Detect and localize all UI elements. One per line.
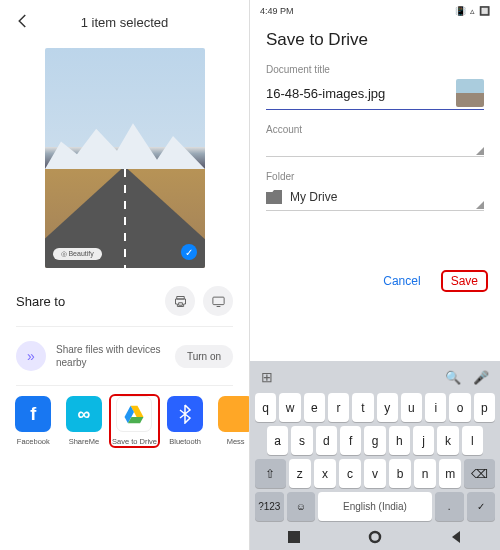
account-section[interactable]: Account (250, 124, 500, 171)
document-title-section: Document title (250, 64, 500, 124)
space-key[interactable]: English (India) (318, 492, 432, 521)
share-app-bluetooth[interactable]: Bluetooth (160, 394, 211, 448)
document-title-input[interactable] (266, 86, 456, 101)
folder-label: Folder (266, 171, 484, 182)
backspace-key[interactable]: ⌫ (464, 459, 495, 488)
key-i[interactable]: i (425, 393, 446, 422)
nav-bar (253, 523, 497, 548)
nearby-share-row: » Share files with devices nearby Turn o… (0, 327, 249, 385)
key-e[interactable]: e (304, 393, 325, 422)
selected-image-preview[interactable]: ◎ Beautify ✓ (45, 48, 205, 268)
account-dropdown[interactable] (266, 139, 484, 157)
save-button[interactable]: Save (441, 270, 488, 292)
status-time: 4:49 PM (260, 6, 294, 16)
share-app-facebook[interactable]: f Facebook (8, 394, 59, 448)
key-r[interactable]: r (328, 393, 349, 422)
cancel-button[interactable]: Cancel (377, 270, 426, 292)
keyboard-row-4: ?123 ☺ English (India) . ✓ (253, 490, 497, 523)
share-app-drive[interactable]: Save to Drive (109, 394, 160, 448)
shareme-icon: ∞ (66, 396, 102, 432)
keyboard-mic-icon[interactable]: 🎤 (473, 370, 489, 385)
key-u[interactable]: u (401, 393, 422, 422)
print-icon[interactable] (165, 286, 195, 316)
nearby-text: Share files with devices nearby (56, 343, 165, 369)
vibrate-icon: 📳 (455, 6, 466, 16)
keyboard-grid-icon[interactable]: ⊞ (261, 369, 273, 385)
dialog-actions: Cancel Save (377, 270, 488, 292)
mountain-decor (45, 114, 205, 169)
key-p[interactable]: p (474, 393, 495, 422)
gallery-share-screen: 1 item selected ◎ Beautify ✓ Share to » … (0, 0, 250, 550)
status-bar: 4:49 PM 📳 ▵ 🔲 (250, 0, 500, 22)
key-f[interactable]: f (340, 426, 361, 455)
messaging-icon (218, 396, 250, 432)
account-label: Account (266, 124, 484, 135)
key-t[interactable]: t (352, 393, 373, 422)
key-x[interactable]: x (314, 459, 336, 488)
keyboard-row-2: asdfghjkl (253, 424, 497, 457)
enter-key[interactable]: ✓ (467, 492, 496, 521)
share-app-messaging[interactable]: Mess (210, 394, 250, 448)
share-app-shareme[interactable]: ∞ ShareMe (59, 394, 110, 448)
key-o[interactable]: o (449, 393, 470, 422)
turn-on-button[interactable]: Turn on (175, 345, 233, 368)
document-title-label: Document title (266, 64, 484, 75)
key-a[interactable]: a (267, 426, 288, 455)
nearby-icon: » (16, 341, 46, 371)
save-to-drive-screen: 4:49 PM 📳 ▵ 🔲 Save to Drive Document tit… (250, 0, 500, 550)
share-apps-row: f Facebook ∞ ShareMe Save to Drive Bluet… (0, 386, 249, 448)
keyboard: ⊞ 🔍 🎤 qwertyuiop asdfghjkl ⇧ zxcvbnm ⌫ ?… (250, 361, 500, 550)
period-key[interactable]: . (435, 492, 464, 521)
folder-dropdown[interactable]: My Drive (266, 186, 484, 211)
svg-rect-0 (212, 297, 223, 305)
dialog-heading: Save to Drive (250, 22, 500, 64)
key-w[interactable]: w (279, 393, 300, 422)
wifi-icon: ▵ (470, 6, 475, 16)
keyboard-row-1: qwertyuiop (253, 391, 497, 424)
emoji-key[interactable]: ☺ (287, 492, 316, 521)
bluetooth-icon (167, 396, 203, 432)
page-title: 1 item selected (34, 15, 215, 30)
key-b[interactable]: b (389, 459, 411, 488)
svg-rect-1 (288, 531, 300, 543)
nav-back[interactable] (448, 529, 464, 545)
folder-section[interactable]: Folder My Drive (250, 171, 500, 225)
nav-recent[interactable] (286, 529, 302, 545)
key-k[interactable]: k (437, 426, 458, 455)
cast-icon[interactable] (203, 286, 233, 316)
beautify-badge[interactable]: ◎ Beautify (53, 248, 102, 260)
key-z[interactable]: z (289, 459, 311, 488)
selected-check-icon[interactable]: ✓ (181, 244, 197, 260)
key-n[interactable]: n (414, 459, 436, 488)
mode-key[interactable]: ?123 (255, 492, 284, 521)
key-d[interactable]: d (316, 426, 337, 455)
key-g[interactable]: g (364, 426, 385, 455)
key-h[interactable]: h (389, 426, 410, 455)
key-m[interactable]: m (439, 459, 461, 488)
drive-icon (116, 396, 152, 432)
key-q[interactable]: q (255, 393, 276, 422)
key-c[interactable]: c (339, 459, 361, 488)
share-label: Share to (16, 294, 157, 309)
shift-key[interactable]: ⇧ (255, 459, 286, 488)
folder-icon (266, 190, 282, 204)
keyboard-search-icon[interactable]: 🔍 (445, 370, 461, 385)
nav-home[interactable] (367, 529, 383, 545)
key-v[interactable]: v (364, 459, 386, 488)
svg-point-2 (370, 532, 380, 542)
keyboard-toolbar: ⊞ 🔍 🎤 (253, 365, 497, 391)
key-y[interactable]: y (377, 393, 398, 422)
keyboard-row-3: ⇧ zxcvbnm ⌫ (253, 457, 497, 490)
header: 1 item selected (0, 0, 249, 44)
key-l[interactable]: l (462, 426, 483, 455)
back-button[interactable] (14, 12, 34, 32)
facebook-icon: f (15, 396, 51, 432)
key-j[interactable]: j (413, 426, 434, 455)
battery-icon: 🔲 (479, 6, 490, 16)
key-s[interactable]: s (291, 426, 312, 455)
document-thumbnail (456, 79, 484, 107)
share-row: Share to (0, 268, 249, 326)
folder-name: My Drive (290, 190, 337, 204)
